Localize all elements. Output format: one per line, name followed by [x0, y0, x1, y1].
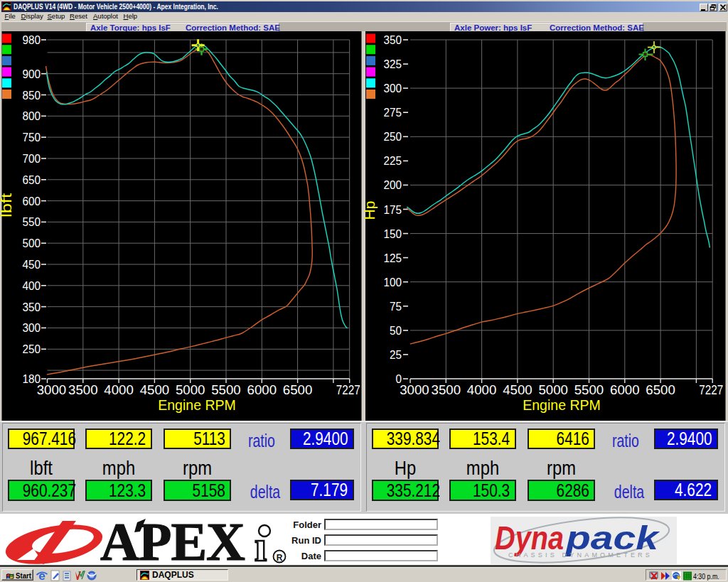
svg-text:25: 25 [390, 348, 402, 362]
svg-text:lbft: lbft [0, 193, 14, 217]
svg-text:750: 750 [23, 131, 41, 144]
svg-text:800: 800 [23, 109, 41, 123]
svg-text:275: 275 [384, 106, 402, 119]
svg-text:4500: 4500 [140, 382, 170, 397]
svg-text:225: 225 [384, 154, 402, 168]
svg-text:Hp: Hp [361, 201, 378, 220]
svg-text:850: 850 [23, 89, 41, 102]
svg-text:4000: 4000 [104, 382, 134, 397]
svg-text:350: 350 [23, 301, 41, 314]
svg-text:5500: 5500 [211, 382, 241, 397]
svg-text:Engine RPM: Engine RPM [523, 397, 600, 413]
svg-text:200: 200 [384, 178, 402, 192]
svg-text:e: e [38, 570, 45, 582]
svg-text:ı: ı [255, 522, 267, 567]
svg-text:700: 700 [23, 152, 41, 166]
svg-text:250: 250 [384, 130, 402, 144]
svg-text:6500: 6500 [646, 382, 675, 397]
svg-text:300: 300 [23, 321, 41, 335]
svg-text:3500: 3500 [68, 382, 98, 397]
svg-text:4500: 4500 [503, 382, 532, 397]
svg-text:600: 600 [23, 195, 41, 208]
svg-text:5000: 5000 [176, 382, 205, 397]
svg-text:100: 100 [384, 276, 402, 289]
svg-text:300: 300 [384, 82, 402, 95]
svg-text:4000: 4000 [467, 382, 497, 397]
svg-text:50: 50 [390, 324, 402, 338]
svg-text:3000: 3000 [37, 382, 67, 397]
svg-text:450: 450 [23, 258, 41, 271]
svg-text:3500: 3500 [432, 382, 461, 397]
svg-text:250: 250 [23, 343, 41, 356]
svg-text:400: 400 [23, 279, 41, 293]
svg-text:6000: 6000 [610, 382, 640, 397]
svg-text:6500: 6500 [283, 382, 313, 397]
svg-text:980: 980 [23, 33, 41, 47]
svg-text:125: 125 [384, 252, 402, 265]
svg-text:900: 900 [23, 68, 41, 81]
svg-text:CHASSIS DYNAMOMETERS: CHASSIS DYNAMOMETERS [508, 551, 653, 559]
svg-text:5000: 5000 [538, 382, 568, 397]
svg-text:PEX: PEX [139, 516, 245, 567]
svg-text:7227: 7227 [699, 382, 723, 397]
svg-text:550: 550 [23, 215, 41, 229]
svg-text:3000: 3000 [400, 382, 429, 397]
svg-text:650: 650 [23, 173, 41, 187]
svg-text:75: 75 [390, 300, 402, 313]
svg-text:6000: 6000 [247, 382, 277, 397]
svg-text:325: 325 [384, 58, 402, 71]
svg-text:350: 350 [384, 33, 402, 47]
svg-text:5500: 5500 [574, 382, 604, 397]
svg-text:150: 150 [384, 227, 402, 241]
svg-text:500: 500 [23, 237, 41, 250]
svg-text:Engine RPM: Engine RPM [158, 397, 235, 413]
svg-text:A: A [100, 516, 139, 567]
svg-text:7227: 7227 [336, 382, 360, 397]
svg-text:175: 175 [384, 203, 402, 217]
